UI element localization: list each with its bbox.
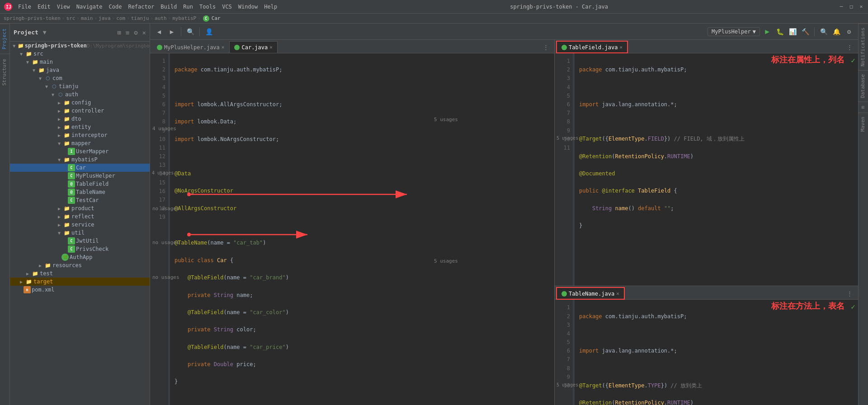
tree-item-mybatisp[interactable]: ▼ 📁 mybatisP [10, 155, 150, 164]
tree-label: mybatisP [71, 156, 98, 163]
tree-item-mapper[interactable]: ▼ 📁 mapper [10, 139, 150, 147]
menu-run[interactable]: Run [180, 3, 196, 11]
code-content-tablefield[interactable]: package com.tianju.auth.mybatisP; import… [575, 53, 858, 286]
menu-bar[interactable]: File Edit View Navigate Code Refactor Bu… [15, 3, 280, 11]
tree-item-target[interactable]: ▶ 📁 target [10, 278, 150, 286]
menu-view[interactable]: View [54, 3, 73, 11]
sidebar-close-icon[interactable]: ✕ [142, 29, 146, 36]
tree-item-usermapper[interactable]: I UserMapper [10, 147, 150, 155]
minimize-button[interactable]: ─ [838, 4, 844, 10]
tablefield-code-scroll[interactable]: ✓ 12345 678910 11 package com.tianju.aut… [555, 53, 858, 286]
database-tab[interactable]: Database [859, 70, 868, 102]
breadcrumb-item[interactable]: tianju [131, 15, 149, 21]
breadcrumb-item[interactable]: springb-privs-token [4, 15, 61, 21]
tree-item-entity[interactable]: ▶ 📁 entity [10, 123, 150, 131]
maximize-button[interactable]: □ [848, 4, 854, 10]
back-button[interactable]: ◀ [154, 26, 165, 37]
sidebar-collapse-icon[interactable]: ≡ [126, 29, 129, 36]
tree-item-controller[interactable]: ▶ 📁 controller [10, 107, 150, 115]
menu-navigate[interactable]: Navigate [74, 3, 105, 11]
breadcrumb-item[interactable]: com [116, 15, 125, 21]
tree-item-root[interactable]: ▼ 📁 springb-privs-token D:\Myprogram\spr… [10, 42, 150, 50]
menu-code[interactable]: Code [106, 3, 125, 11]
tab-more-button[interactable]: ⋮ [539, 41, 552, 53]
notifications-icon[interactable]: 🔔 [831, 26, 842, 37]
tree-item-main[interactable]: ▼ 📁 main [10, 58, 150, 66]
project-vtab[interactable]: Project [0, 24, 9, 54]
menu-edit[interactable]: Edit [35, 3, 53, 11]
tree-item-tianju[interactable]: ▼ ⬡ tianju [10, 82, 150, 90]
menu-build[interactable]: Build [158, 3, 179, 11]
tree-item-dto[interactable]: ▶ 📁 dto [10, 115, 150, 123]
tab-tablefield[interactable]: TableField.java ✕ [557, 41, 627, 53]
tree-item-com[interactable]: ▼ ⬡ com [10, 74, 150, 82]
tree-item-tablefield[interactable]: @ TableField [10, 180, 150, 188]
run-config-dropdown[interactable]: MyPlusHelper ▼ [708, 27, 760, 36]
tree-item-myplushelper[interactable]: C MyPlusHelper [10, 172, 150, 180]
tree-item-jwtutil[interactable]: C JwtUtil [10, 237, 150, 245]
tree-item-service[interactable]: ▶ 📁 service [10, 221, 150, 229]
tree-item-java[interactable]: ▼ 📁 java [10, 66, 150, 74]
breadcrumb-item[interactable]: src [66, 15, 75, 21]
tree-item-car[interactable]: C Car [10, 164, 150, 172]
tree-item-resources[interactable]: ▶ 📁 resources [10, 261, 150, 269]
right-top-tab-bar: TableField.java ✕ ⋮ [555, 40, 858, 53]
debug-button[interactable]: 🐛 [774, 26, 785, 37]
search-everywhere-icon[interactable]: 🔍 [185, 26, 196, 37]
tree-item-testcar[interactable]: C TestCar [10, 196, 150, 204]
tree-item-interceptor[interactable]: ▶ 📁 interceptor [10, 131, 150, 139]
user-icon[interactable]: 👤 [203, 26, 214, 37]
sidebar-expand-icon[interactable]: ⊞ [117, 29, 121, 36]
tablename-code-scroll[interactable]: ✓ 12345 678910 package com.tianju.auth.m… [555, 300, 858, 405]
menu-help[interactable]: Help [261, 3, 280, 11]
tree-item-reflect[interactable]: ▶ 📁 reflect [10, 212, 150, 221]
run-button[interactable]: ▶ [762, 26, 773, 37]
breadcrumb-item[interactable]: main [81, 15, 93, 21]
tree-item-src[interactable]: ▼ 📁 src [10, 50, 150, 58]
tree-item-util[interactable]: ▼ 📁 util [10, 229, 150, 237]
breadcrumb-item[interactable]: auth [155, 15, 167, 21]
breadcrumb-item-current[interactable]: Car [212, 15, 221, 21]
tab-more-button[interactable]: ⋮ [843, 41, 856, 53]
breadcrumb-item[interactable]: mybatisP [172, 15, 196, 21]
tab-more-button[interactable]: ⋮ [843, 287, 856, 299]
profile-button[interactable]: 📊 [787, 26, 798, 37]
tree-item-authapp[interactable]: 🌿 AuthApp [10, 253, 150, 261]
tab-close-icon[interactable]: ✕ [222, 44, 225, 50]
menu-file[interactable]: File [15, 3, 34, 11]
code-content-tablename[interactable]: package com.tianju.auth.mybatisP; import… [575, 300, 858, 405]
left-tab-bar: MyPlusHelper.java ✕ Car.java ✕ ⋮ [150, 40, 554, 53]
tree-item-product[interactable]: ▶ 📁 product [10, 204, 150, 212]
tree-item-auth[interactable]: ▼ ⬡ auth [10, 90, 150, 99]
tab-car[interactable]: Car.java ✕ [229, 41, 277, 53]
tree-item-config[interactable]: ▶ 📁 config [10, 99, 150, 107]
tree-item-tablename[interactable]: @ TableName [10, 188, 150, 196]
tab-tablename[interactable]: TableName.java ✕ [557, 287, 624, 299]
menu-window[interactable]: Window [236, 3, 260, 11]
code-content-car[interactable]: package com.tianju.auth.mybatisP; import… [170, 53, 554, 405]
tab-close-icon[interactable]: ✕ [619, 44, 623, 50]
tab-myplushelper[interactable]: MyPlusHelper.java ✕ [152, 41, 229, 53]
sidebar-gear-icon[interactable]: ⚙ [134, 29, 137, 36]
maven-tab[interactable]: Maven [859, 113, 868, 135]
menu-tools[interactable]: Tools [197, 3, 218, 11]
close-button[interactable]: ✕ [858, 4, 864, 10]
right-panels: TableField.java ✕ ⋮ ✓ 12345 678910 11 [555, 40, 858, 405]
settings-icon[interactable]: ⚙ [844, 26, 854, 37]
structure-vtab[interactable]: Structure [0, 54, 9, 90]
search-button[interactable]: 🔍 [818, 26, 829, 37]
build-button[interactable]: 🔨 [800, 26, 811, 37]
tree-item-pom[interactable]: m pom.xml [10, 286, 150, 294]
breadcrumb-item[interactable]: java [99, 15, 111, 21]
m-tab[interactable]: m [859, 102, 868, 113]
tab-close-icon[interactable]: ✕ [616, 291, 619, 297]
menu-refactor[interactable]: Refactor [125, 3, 157, 11]
tab-close-icon[interactable]: ✕ [269, 44, 273, 50]
forward-button[interactable]: ▶ [166, 26, 177, 37]
tree-item-privscheck[interactable]: C PrivsCheck [10, 245, 150, 253]
notifications-tab[interactable]: Notifications [859, 24, 868, 70]
tree-item-test[interactable]: ▶ 📁 test [10, 269, 150, 278]
tab-label: Car.java [241, 44, 268, 51]
code-scroll-area[interactable]: 12345 678910 1112131415 16171819 package… [150, 53, 554, 405]
menu-vcs[interactable]: VCS [219, 3, 235, 11]
